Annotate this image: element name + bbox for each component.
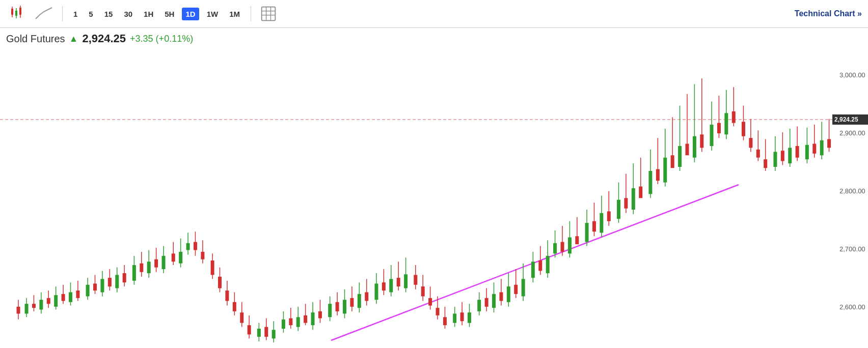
svg-rect-171: [624, 198, 628, 208]
svg-rect-151: [546, 256, 550, 273]
svg-rect-95: [328, 304, 332, 317]
svg-rect-137: [492, 294, 496, 308]
svg-rect-211: [781, 151, 784, 161]
time-btn-5[interactable]: 5: [85, 8, 96, 20]
chart-svg: 3,000.00 2,900.00 2,800.00 2,700.00 2,60…: [0, 47, 868, 347]
svg-rect-165: [600, 213, 603, 233]
svg-rect-9: [262, 7, 276, 21]
svg-rect-213: [788, 148, 792, 163]
svg-rect-195: [717, 123, 721, 133]
svg-rect-147: [531, 262, 535, 278]
svg-rect-169: [617, 200, 620, 219]
svg-rect-39: [108, 278, 112, 286]
svg-rect-129: [460, 312, 464, 321]
time-btn-30[interactable]: 30: [120, 8, 136, 20]
svg-rect-167: [607, 211, 611, 221]
svg-rect-101: [350, 298, 354, 307]
svg-rect-189: [693, 136, 696, 158]
svg-rect-107: [374, 283, 378, 300]
svg-rect-127: [453, 313, 456, 323]
time-btn-1m[interactable]: 1M: [226, 8, 243, 20]
time-btn-15[interactable]: 15: [101, 8, 117, 20]
divider-2: [251, 6, 251, 21]
svg-rect-135: [485, 298, 489, 307]
candlestick-icon-button[interactable]: [6, 3, 29, 25]
svg-rect-97: [336, 302, 339, 311]
svg-rect-87: [296, 317, 300, 327]
svg-rect-115: [404, 274, 408, 288]
svg-rect-65: [211, 260, 214, 275]
svg-rect-85: [289, 318, 292, 326]
svg-rect-71: [233, 302, 236, 311]
svg-rect-139: [499, 292, 503, 301]
time-btn-1d[interactable]: 1D: [182, 8, 199, 20]
svg-rect-81: [272, 330, 276, 338]
svg-rect-21: [39, 300, 43, 309]
svg-rect-3: [15, 11, 17, 16]
svg-rect-123: [436, 308, 440, 315]
table-icon-button[interactable]: [258, 4, 279, 24]
time-btn-1[interactable]: 1: [70, 8, 81, 20]
svg-rect-55: [172, 253, 175, 262]
svg-rect-91: [311, 312, 315, 325]
svg-rect-153: [553, 243, 557, 253]
svg-rect-197: [724, 113, 728, 134]
svg-rect-155: [561, 242, 564, 252]
svg-rect-205: [756, 150, 760, 158]
price-change: +3.35 (+0.11%): [130, 34, 193, 44]
svg-rect-177: [648, 171, 652, 194]
svg-rect-133: [477, 300, 481, 311]
svg-rect-37: [100, 279, 104, 292]
svg-rect-79: [264, 327, 268, 337]
technical-chart-link[interactable]: Technical Chart »: [795, 9, 862, 18]
svg-rect-105: [365, 292, 368, 301]
svg-rect-175: [639, 187, 642, 198]
svg-rect-201: [742, 122, 745, 136]
svg-rect-185: [678, 146, 682, 167]
price-label-2700: 2,700.00: [839, 245, 865, 253]
current-price-label: 2,924.25: [834, 116, 858, 123]
svg-rect-35: [93, 283, 97, 291]
svg-rect-159: [575, 236, 579, 244]
svg-rect-17: [25, 304, 29, 313]
svg-rect-23: [47, 298, 50, 304]
svg-rect-209: [773, 152, 777, 167]
svg-rect-57: [179, 252, 182, 264]
svg-rect-121: [428, 298, 432, 306]
svg-rect-183: [671, 155, 674, 168]
price-header: Gold Futures ▲ 2,924.25 +3.35 (+0.11%): [0, 28, 868, 47]
svg-rect-41: [115, 275, 119, 288]
svg-rect-181: [663, 158, 667, 183]
price-value: 2,924.25: [82, 32, 126, 45]
svg-rect-143: [514, 285, 518, 294]
svg-rect-103: [358, 294, 361, 308]
svg-rect-93: [318, 311, 322, 318]
symbol-name: Gold Futures: [6, 33, 65, 45]
svg-rect-117: [414, 275, 417, 284]
svg-rect-191: [700, 134, 703, 148]
line-chart-icon-button[interactable]: [33, 3, 55, 25]
chart-container[interactable]: 3,000.00 2,900.00 2,800.00 2,700.00 2,60…: [0, 47, 868, 347]
svg-rect-89: [304, 315, 307, 323]
svg-rect-109: [382, 282, 386, 291]
time-btn-5h[interactable]: 5H: [161, 8, 178, 20]
time-btn-1h[interactable]: 1H: [140, 8, 157, 20]
svg-rect-47: [140, 264, 143, 272]
svg-rect-207: [764, 159, 767, 168]
svg-rect-73: [240, 312, 243, 323]
svg-rect-75: [248, 325, 251, 334]
svg-rect-203: [749, 138, 752, 148]
svg-rect-45: [132, 265, 136, 281]
svg-rect-43: [123, 273, 126, 282]
svg-rect-99: [343, 300, 346, 313]
time-btn-1w[interactable]: 1W: [203, 8, 222, 20]
svg-rect-223: [827, 139, 831, 148]
svg-rect-6: [19, 8, 21, 15]
svg-rect-163: [592, 221, 596, 231]
svg-rect-187: [685, 143, 689, 155]
svg-rect-119: [421, 286, 425, 296]
price-label-2600: 2,600.00: [839, 303, 865, 311]
svg-rect-221: [820, 140, 824, 156]
svg-rect-19: [32, 304, 36, 308]
svg-rect-61: [194, 242, 197, 250]
